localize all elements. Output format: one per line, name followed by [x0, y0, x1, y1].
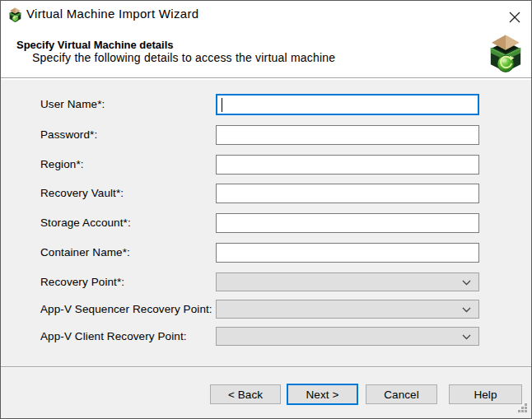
combo-8[interactable] [216, 327, 479, 346]
wizard-header: Specify Virtual Machine details Specify … [1, 26, 531, 78]
combo-6[interactable] [216, 272, 479, 291]
text-caret [222, 98, 222, 112]
app-icon [8, 7, 22, 22]
form-area: User Name*:Password*:Region*:Recovery Va… [1, 79, 531, 367]
vm-import-wizard-dialog: Virtual Machine Import Wizard Specify Vi… [0, 0, 532, 419]
vm-import-box-icon [488, 34, 523, 73]
text-input-2[interactable] [216, 155, 479, 175]
help-button[interactable]: Help [449, 384, 522, 404]
back-button[interactable]: < Back [210, 384, 281, 404]
page-subtitle: Specify the following details to access … [32, 51, 335, 64]
field-label: Storage Account*: [40, 213, 131, 233]
text-input-0[interactable] [216, 94, 479, 115]
field-label: Recovery Vault*: [40, 184, 124, 203]
text-input-4[interactable] [216, 213, 479, 233]
field-label: App-V Sequencer Recovery Point: [40, 300, 212, 319]
field-label: Region*: [40, 155, 84, 175]
page-title: Specify Virtual Machine details [16, 39, 174, 51]
field-label: Container Name*: [40, 243, 130, 263]
combo-7[interactable] [216, 300, 479, 319]
next-button[interactable]: Next > [287, 384, 358, 405]
text-input-5[interactable] [216, 243, 479, 263]
chevron-down-icon [462, 280, 471, 286]
chevron-down-icon [462, 334, 471, 340]
field-label: User Name*: [40, 94, 105, 115]
chevron-down-icon [462, 307, 471, 313]
field-label: App-V Client Recovery Point: [40, 327, 187, 346]
text-input-3[interactable] [216, 184, 479, 203]
close-button[interactable] [503, 6, 526, 28]
close-icon [509, 12, 520, 23]
field-label: Password*: [40, 125, 97, 145]
window-title: Virtual Machine Import Wizard [26, 1, 198, 26]
resize-grip[interactable] [518, 403, 529, 414]
button-bar: < Back Next > Cancel Help [1, 367, 531, 418]
field-label: Recovery Point*: [40, 272, 124, 291]
cancel-button[interactable]: Cancel [366, 384, 437, 404]
title-bar: Virtual Machine Import Wizard [1, 1, 531, 26]
text-input-1[interactable] [216, 125, 479, 145]
